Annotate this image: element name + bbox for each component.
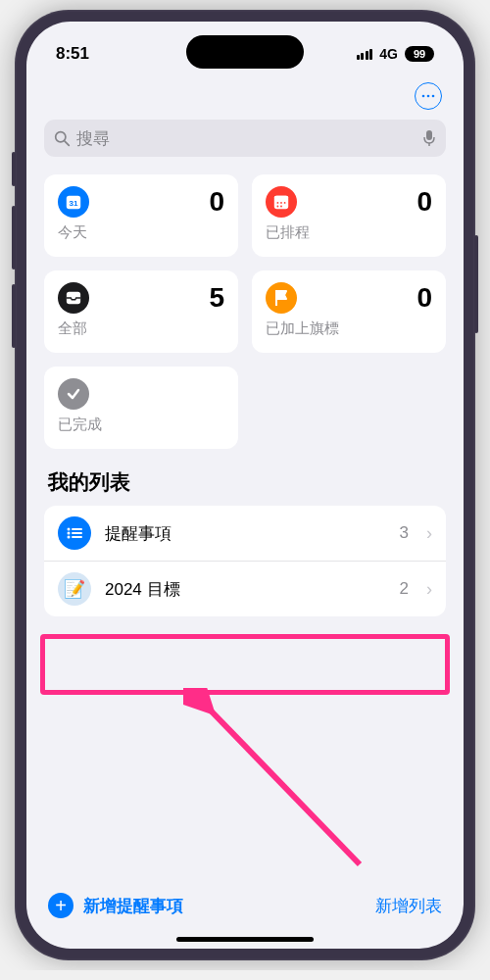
list-count: 2 [400, 579, 409, 599]
svg-point-13 [284, 202, 286, 204]
summary-grid: 31 0 今天 0 已排程 [44, 174, 446, 449]
inbox-icon [58, 282, 89, 314]
list-item-goals[interactable]: 📝 2024 目標 2 › [44, 561, 446, 616]
svg-point-11 [277, 202, 279, 204]
svg-point-0 [422, 95, 425, 98]
network-label: 4G [379, 46, 398, 62]
svg-point-1 [427, 95, 430, 98]
summary-card-completed[interactable]: 已完成 [44, 367, 238, 449]
svg-rect-5 [426, 130, 432, 140]
home-indicator[interactable] [176, 937, 314, 942]
today-count: 0 [209, 186, 224, 218]
flagged-label: 已加上旗標 [266, 319, 432, 338]
checkmark-icon [58, 378, 89, 410]
summary-card-all[interactable]: 5 全部 [44, 270, 238, 353]
more-button[interactable] [415, 82, 442, 110]
status-time: 8:51 [56, 44, 89, 64]
all-count: 5 [209, 282, 224, 314]
ellipsis-icon [421, 94, 435, 98]
signal-icon [357, 48, 373, 60]
search-icon [54, 130, 71, 147]
summary-card-flagged[interactable]: 0 已加上旗標 [252, 270, 446, 353]
side-button [12, 206, 16, 270]
search-input[interactable]: 搜尋 [44, 120, 446, 157]
svg-text:31: 31 [70, 199, 78, 208]
all-label: 全部 [58, 319, 224, 338]
lists-section-title: 我的列表 [48, 468, 442, 496]
svg-rect-10 [274, 196, 288, 200]
search-placeholder: 搜尋 [76, 127, 422, 150]
calendar-icon [266, 186, 297, 218]
new-reminder-button[interactable]: + 新增提醒事項 [48, 893, 183, 918]
summary-card-scheduled[interactable]: 0 已排程 [252, 174, 446, 257]
side-button [12, 152, 16, 186]
list-item-reminders[interactable]: 提醒事項 3 › [44, 506, 446, 561]
status-indicators: 4G 99 [357, 46, 434, 62]
plus-icon: + [48, 893, 74, 918]
svg-point-2 [432, 95, 435, 98]
svg-point-19 [68, 532, 71, 535]
calendar-today-icon: 31 [58, 186, 89, 218]
svg-point-14 [277, 206, 279, 208]
flag-icon [266, 282, 297, 314]
svg-line-4 [65, 141, 69, 145]
screen: 8:51 4G 99 [26, 22, 464, 949]
list-name: 提醒事項 [105, 522, 386, 545]
chevron-right-icon: › [426, 579, 432, 600]
list-icon [58, 516, 91, 550]
summary-card-today[interactable]: 31 0 今天 [44, 174, 238, 257]
phone-frame: 8:51 4G 99 [15, 10, 475, 960]
side-button [12, 284, 16, 348]
completed-label: 已完成 [58, 416, 224, 434]
side-button [474, 235, 478, 333]
today-label: 今天 [58, 223, 224, 242]
list-name: 2024 目標 [105, 578, 386, 601]
svg-point-17 [68, 528, 71, 531]
battery-icon: 99 [405, 46, 434, 62]
content-area: 搜尋 31 0 今天 [26, 74, 464, 880]
list-count: 3 [400, 523, 409, 543]
top-actions [44, 74, 446, 120]
list-icon: 📝 [58, 572, 91, 606]
svg-point-15 [280, 206, 282, 208]
svg-point-21 [68, 536, 71, 539]
new-reminder-label: 新增提醒事項 [83, 895, 183, 917]
scheduled-count: 0 [416, 186, 432, 218]
mic-icon[interactable] [422, 129, 436, 147]
svg-point-12 [280, 202, 282, 204]
lists-container: 提醒事項 3 › 📝 2024 目標 2 › [44, 506, 446, 616]
svg-point-3 [56, 131, 66, 141]
scheduled-label: 已排程 [266, 223, 432, 242]
chevron-right-icon: › [426, 523, 432, 544]
dynamic-island [186, 35, 304, 69]
flagged-count: 0 [416, 282, 432, 314]
new-list-button[interactable]: 新增列表 [375, 895, 442, 917]
